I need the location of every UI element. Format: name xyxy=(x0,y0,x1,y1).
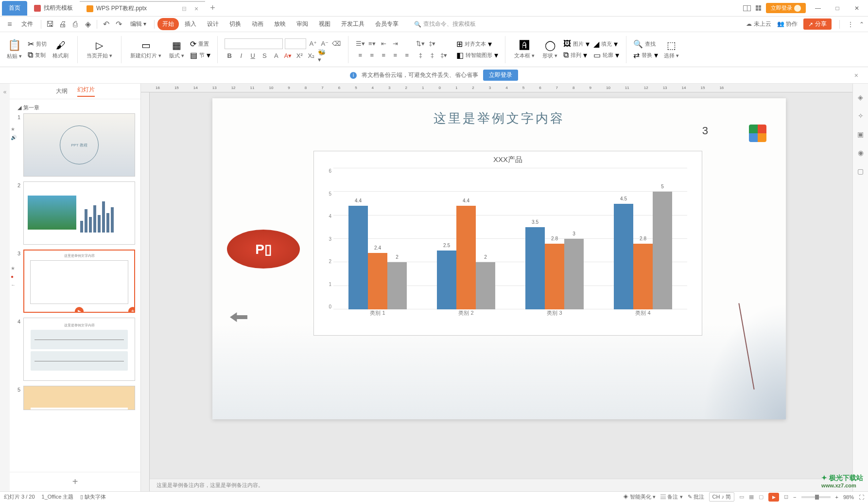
strike-button[interactable]: S xyxy=(260,51,269,61)
comments-toggle[interactable]: ✎ 批注 xyxy=(688,493,704,501)
text-direction-button[interactable]: ⇅▾ xyxy=(416,39,425,49)
find-button[interactable]: 🔍 查找 xyxy=(633,39,658,49)
slide-thumbnail-2[interactable] xyxy=(23,181,135,245)
font-size-select[interactable] xyxy=(285,38,306,49)
increase-indent-button[interactable]: ⇥ xyxy=(390,39,400,49)
italic-button[interactable]: I xyxy=(236,51,246,61)
collapse-panel-icon[interactable]: « xyxy=(0,84,10,491)
share-button[interactable]: ↗ 分享 xyxy=(803,18,832,30)
menu-review[interactable]: 审阅 xyxy=(292,18,313,30)
reading-view-icon[interactable]: ▢ xyxy=(759,494,764,500)
menu-start[interactable]: 开始 xyxy=(157,18,179,30)
tab-home[interactable]: 首页 xyxy=(2,1,27,16)
tab-add-button[interactable]: + xyxy=(205,3,220,13)
align-justify-button[interactable]: ≡ xyxy=(390,51,400,60)
close-button[interactable]: ✕ xyxy=(850,2,864,14)
menu-transition[interactable]: 切换 xyxy=(225,18,246,30)
align-text-button[interactable]: ⊞ 对齐文本 ▾ xyxy=(456,39,498,49)
split-view-icon[interactable] xyxy=(743,5,751,11)
zoom-level[interactable]: 98% xyxy=(843,494,854,500)
slide-title[interactable]: 这里是举例文字内容 xyxy=(212,110,786,127)
play-slide-badge[interactable]: ▶ xyxy=(75,307,84,313)
redo-icon[interactable]: ↷ xyxy=(113,18,124,30)
outline-button[interactable]: ▭ 轮廓 ▾ xyxy=(593,51,619,60)
spacing-2-button[interactable]: ‡ xyxy=(427,51,437,60)
section-header[interactable]: ◢ 第一章 xyxy=(15,102,136,113)
tab-current-file[interactable]: WPS PPT教程.pptx ⊟ × xyxy=(80,1,205,16)
smart-shape-button[interactable]: ◧ 转智能图形 ▾ xyxy=(456,51,498,60)
format-painter-button[interactable]: 🖌 格式刷 xyxy=(51,40,70,59)
copy-button[interactable]: ⧉ 复制 xyxy=(28,51,47,59)
reset-button[interactable]: ⟳ 重置 xyxy=(190,39,210,49)
clear-format-icon[interactable]: ⌫ xyxy=(331,39,341,49)
menu-view[interactable]: 视图 xyxy=(314,18,335,30)
menu-devtools[interactable]: 开发工具 xyxy=(336,18,369,30)
apps-grid-icon[interactable] xyxy=(756,5,761,11)
cut-button[interactable]: ✂ 剪切 xyxy=(28,39,47,49)
menu-animation[interactable]: 动画 xyxy=(247,18,268,30)
change-case-button[interactable]: 🐝▾ xyxy=(318,51,328,61)
increase-font-icon[interactable]: A⁺ xyxy=(308,39,318,49)
textbox-button[interactable]: 🅰 文本框 ▾ xyxy=(512,40,537,59)
section-button[interactable]: ▤ 节 ▾ xyxy=(190,51,210,60)
slideshow-button[interactable]: ▶ xyxy=(768,493,779,502)
align-center-button[interactable]: ≡ xyxy=(367,51,377,60)
more-icon[interactable]: ⋮ xyxy=(848,21,853,28)
bold-button[interactable]: B xyxy=(225,51,234,61)
login-button[interactable]: 立即登录 xyxy=(766,3,806,13)
decrease-font-icon[interactable]: A⁻ xyxy=(320,39,330,49)
collapse-ribbon-icon[interactable]: ⌃ xyxy=(859,21,864,28)
properties-icon[interactable]: ◈ xyxy=(856,93,865,102)
zoom-slider[interactable] xyxy=(801,496,831,498)
select-button[interactable]: ⬚ 选择 ▾ xyxy=(662,39,681,59)
slide-thumbnail-3[interactable]: 这里是举例文字内容 ▶ + xyxy=(23,250,135,313)
slide-thumbnail-4[interactable]: 这里是举例文字内容 xyxy=(23,318,135,381)
replace-button[interactable]: ⇄ 替换 ▾ xyxy=(633,51,658,60)
zoom-out-button[interactable]: − xyxy=(793,494,796,500)
layout-button[interactable]: ▦ 版式 ▾ xyxy=(167,39,186,59)
print-icon[interactable]: 🖨 xyxy=(57,18,69,30)
cloud-status[interactable]: ☁ 未上云 xyxy=(746,20,771,28)
menu-edit[interactable]: 编辑 ▾ xyxy=(125,18,151,30)
smart-beautify-button[interactable]: ◈ 智能美化 ▾ xyxy=(623,493,656,501)
save-icon[interactable]: 🖫 xyxy=(44,18,56,30)
fill-button[interactable]: ◢ 填充 ▾ xyxy=(593,39,619,49)
minimize-button[interactable]: — xyxy=(811,2,825,14)
sorter-view-icon[interactable]: ▦ xyxy=(749,494,754,500)
hamburger-icon[interactable]: ≡ xyxy=(4,18,16,30)
ime-status[interactable]: CH ♪ 简 xyxy=(709,492,735,502)
notes-pane[interactable]: 这里是举例备注内容，这里是举例备注内容。 xyxy=(150,479,852,491)
chart-object[interactable]: XXX产品 01234564.42.422.54.423.52.834.52.8… xyxy=(313,151,702,336)
underline-button[interactable]: U xyxy=(248,51,258,61)
align-left-button[interactable]: ≡ xyxy=(355,51,365,60)
menu-slideshow[interactable]: 放映 xyxy=(269,18,291,30)
theme-name[interactable]: 1_Office 主题 xyxy=(42,493,74,501)
shape-button[interactable]: ◯ 形状 ▾ xyxy=(540,39,559,59)
spacing-3-button[interactable]: ‡▾ xyxy=(439,51,449,60)
subscript-button[interactable]: X₂ xyxy=(306,51,316,61)
picture-button[interactable]: 🖼 图片 ▾ xyxy=(563,39,590,49)
animation-pane-icon[interactable]: ✧ xyxy=(856,112,865,121)
material-icon[interactable]: ◉ xyxy=(856,149,865,158)
command-search[interactable]: 🔍 查找命令、搜索模板 xyxy=(414,20,476,28)
fit-icon[interactable]: ⊡ xyxy=(784,494,788,500)
missing-font-warning[interactable]: ▯ 缺失字体 xyxy=(80,493,106,501)
menu-design[interactable]: 设计 xyxy=(202,18,224,30)
line-spacing-button[interactable]: ‡▾ xyxy=(427,39,437,49)
from-current-button[interactable]: ▷ 当页开始 ▾ xyxy=(85,39,114,59)
new-slide-button[interactable]: ▭ 新建幻灯片 ▾ xyxy=(128,39,163,59)
distribute-button[interactable]: ≡ xyxy=(402,51,412,60)
bullets-button[interactable]: ☰▾ xyxy=(355,39,365,49)
highlight-button[interactable]: A xyxy=(271,51,281,61)
transition-pane-icon[interactable]: ▣ xyxy=(856,130,865,139)
notes-toggle[interactable]: ▤ 备注 ▾ xyxy=(660,493,682,501)
tab-template[interactable]: 找稻壳模板 xyxy=(27,1,80,16)
superscript-button[interactable]: X² xyxy=(295,51,304,61)
collab-button[interactable]: 👥 协作 xyxy=(777,20,798,28)
numbering-button[interactable]: ≡▾ xyxy=(367,39,377,49)
notification-close-icon[interactable]: × xyxy=(854,72,858,79)
preview-icon[interactable]: ◈ xyxy=(82,18,94,30)
align-right-button[interactable]: ≡ xyxy=(379,51,388,60)
slide-thumbnail-5[interactable] xyxy=(23,386,135,410)
notification-login-button[interactable]: 立即登录 xyxy=(483,70,518,81)
